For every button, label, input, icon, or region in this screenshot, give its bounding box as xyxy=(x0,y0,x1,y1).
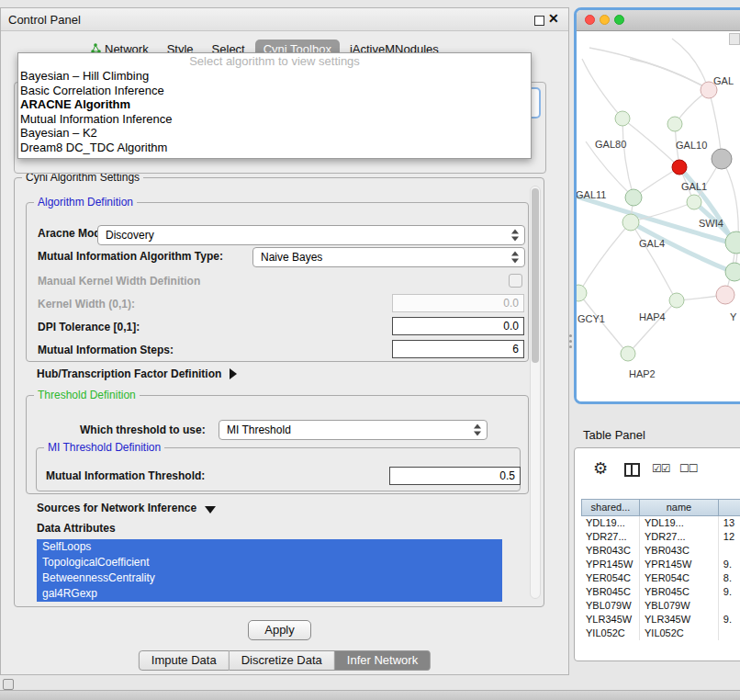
column-header[interactable]: name xyxy=(640,499,719,516)
network-node[interactable] xyxy=(622,214,639,231)
network-edge xyxy=(589,48,708,88)
settings-scrollbar[interactable] xyxy=(530,186,541,599)
network-node[interactable] xyxy=(672,160,687,175)
zoom-traffic-light-icon[interactable] xyxy=(614,15,624,25)
minimize-traffic-light-icon[interactable] xyxy=(600,15,610,25)
algorithm-option[interactable]: Basic Correlation Inference xyxy=(18,84,531,98)
table-row[interactable]: YBR045CYBR045C9. xyxy=(581,585,740,599)
table-row[interactable]: YBL079WYBL079W xyxy=(581,599,740,613)
select-none-icon[interactable]: ☐☐ xyxy=(679,462,698,475)
float-panel-icon[interactable] xyxy=(534,16,544,26)
table-panel-title: Table Panel xyxy=(583,428,645,442)
apply-button[interactable]: Apply xyxy=(248,620,311,640)
sources-section-toggle[interactable]: Sources for Network Inference xyxy=(37,502,216,514)
algorithm-option[interactable]: Mutual Information Inference xyxy=(18,112,531,127)
network-node[interactable] xyxy=(621,346,635,361)
mi-steps-field[interactable] xyxy=(392,340,524,358)
algorithm-option[interactable]: Bayesian – Hill Climbing xyxy=(18,69,531,84)
table-cell: YER054C xyxy=(581,571,640,585)
node-label: GCY1 xyxy=(577,313,605,324)
table-cell xyxy=(719,544,740,558)
table-cell: YBR045C xyxy=(640,585,719,599)
network-node[interactable] xyxy=(577,285,587,301)
node-label: GAL11 xyxy=(577,189,606,200)
table-row[interactable]: YER054CYER054C8. xyxy=(581,571,740,585)
mi-algorithm-type-select[interactable]: Naive Bayes xyxy=(252,247,525,267)
manual-kernel-checkbox[interactable] xyxy=(509,274,522,288)
close-panel-icon[interactable]: ✕ xyxy=(548,11,559,26)
control-panel-titlebar: Control Panel ✕ xyxy=(1,8,568,31)
data-attribute-item[interactable]: TopologicalCoefficient xyxy=(37,555,502,570)
table-row[interactable]: YDL19...YDL19...13 xyxy=(581,516,740,530)
collapsed-panel-icon[interactable] xyxy=(3,679,14,690)
table-panel-window: ⚙ ☑☑ ☐☐ shared...name YDL19...YDL19...13… xyxy=(574,447,740,661)
manual-kernel-label: Manual Kernel Width Definition xyxy=(38,275,200,288)
dpi-tolerance-field[interactable] xyxy=(392,317,524,335)
algorithm-definition-group: Algorithm Definition Aracne Mode: Discov… xyxy=(26,202,529,362)
mi-threshold-definition-title: MI Threshold Definition xyxy=(44,441,164,454)
scrollbar-thumb[interactable] xyxy=(532,188,539,363)
table-cell xyxy=(719,599,740,613)
mi-threshold-field[interactable] xyxy=(389,467,521,485)
node-label: HAP4 xyxy=(639,311,666,322)
network-edge xyxy=(709,90,722,158)
table-row[interactable]: YLR345WYLR345W9. xyxy=(581,613,740,627)
kernel-width-label: Kernel Width (0,1): xyxy=(38,298,135,310)
close-traffic-light-icon[interactable] xyxy=(585,15,595,25)
network-node[interactable] xyxy=(669,293,684,308)
gear-icon[interactable]: ⚙ xyxy=(593,460,608,477)
table-cell: YBL079W xyxy=(581,599,640,613)
table-cell: 13 xyxy=(719,516,740,530)
network-edge xyxy=(672,39,708,88)
table-cell: YIL052C xyxy=(640,627,719,640)
algorithm-option[interactable]: ARACNE Algorithm xyxy=(18,97,531,112)
control-panel: Control Panel ✕ NetworkStyleSelectCyni T… xyxy=(0,7,569,675)
algorithm-option[interactable]: Bayesian – K2 xyxy=(18,126,531,141)
data-attribute-item[interactable]: SelfLoops xyxy=(37,539,502,555)
data-attribute-item[interactable]: BetweennessCentrality xyxy=(37,570,502,586)
mi-steps-label: Mutual Information Steps: xyxy=(38,344,174,356)
network-canvas[interactable]: GALGAL80GAL10GAL11GAL1SWI4GAL4GCY1HAP4YH… xyxy=(577,31,740,402)
panel-splitter[interactable] xyxy=(568,334,572,353)
hub-section-toggle[interactable]: Hub/Transcription Factor Definition xyxy=(37,367,237,380)
network-node[interactable] xyxy=(615,111,630,126)
table-row[interactable]: YIL052CYIL052C xyxy=(581,627,740,640)
table-cell: YDR27... xyxy=(640,530,719,544)
table-row[interactable]: YPR145WYPR145W9. xyxy=(581,558,740,571)
network-node[interactable] xyxy=(725,263,740,281)
network-node[interactable] xyxy=(716,286,734,304)
aracne-mode-select[interactable]: Discovery xyxy=(97,225,525,245)
kernel-width-field[interactable] xyxy=(392,294,524,312)
column-header[interactable] xyxy=(719,499,740,516)
bottom-tab-impute-data[interactable]: Impute Data xyxy=(139,650,230,671)
table-row[interactable]: YBR043CYBR043C xyxy=(581,544,740,558)
algorithm-option[interactable]: Dream8 DC_TDC Algorithm xyxy=(18,141,531,155)
scrollbar-corner xyxy=(729,33,740,45)
columns-icon[interactable] xyxy=(624,463,640,477)
bottom-tab-infer-network[interactable]: Infer Network xyxy=(335,650,431,671)
node-label: Y xyxy=(730,311,737,322)
table-cell xyxy=(719,627,740,640)
node-label: GAL10 xyxy=(676,140,707,151)
combo-arrows-icon xyxy=(474,424,481,436)
network-node[interactable] xyxy=(687,195,701,209)
network-edge xyxy=(629,300,677,353)
table-body: YDL19...YDL19...13YDR27...YDR27...12YBR0… xyxy=(581,516,740,640)
data-attribute-item[interactable]: gal4RGexp xyxy=(37,586,502,602)
algorithm-definition-title: Algorithm Definition xyxy=(34,196,137,209)
expand-arrow-icon xyxy=(205,506,216,514)
algorithm-list: Bayesian – Hill ClimbingBasic Correlatio… xyxy=(18,69,531,154)
bottom-tab-discretize-data[interactable]: Discretize Data xyxy=(230,650,335,671)
which-threshold-select[interactable]: MI Threshold xyxy=(219,420,488,440)
network-edge xyxy=(622,119,633,197)
select-all-icon[interactable]: ☑☑ xyxy=(652,462,670,475)
node-label: GAL1 xyxy=(681,181,707,192)
column-header[interactable]: shared... xyxy=(581,499,640,516)
network-node[interactable] xyxy=(667,117,682,131)
network-node[interactable] xyxy=(625,189,642,206)
table-cell: YER054C xyxy=(640,571,719,585)
mi-threshold-label: Mutual Information Threshold: xyxy=(46,469,205,482)
table-cell: 12 xyxy=(719,530,740,544)
table-row[interactable]: YDR27...YDR27...12 xyxy=(581,530,740,544)
network-node[interactable] xyxy=(712,149,732,169)
